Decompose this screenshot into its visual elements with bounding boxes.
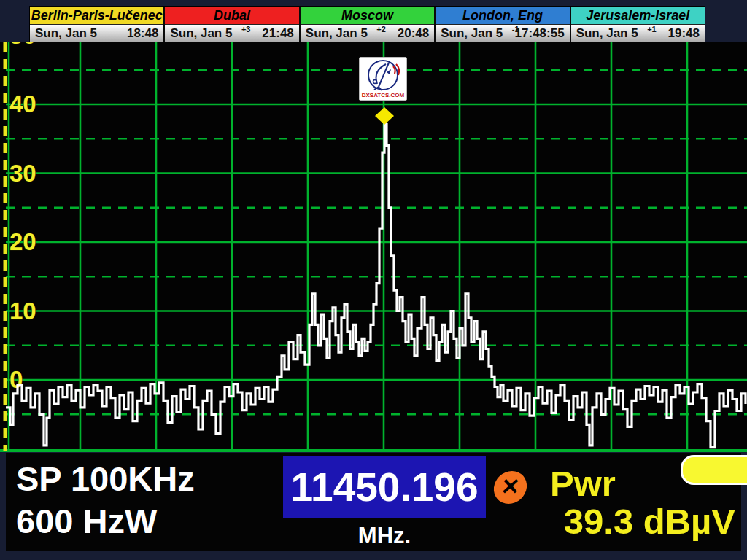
clock-time: 21:48 <box>262 26 293 41</box>
clock-cell-0: Berlin-Paris-LučenecSun, Jan 518:48 <box>30 7 165 43</box>
clock-city-name: Moscow <box>301 7 434 25</box>
clock-date: Sun, Jan 5 <box>576 26 638 41</box>
clock-offset: +2 <box>376 25 386 34</box>
y-axis-label: 20 <box>9 228 36 255</box>
satellite-dish-icon: DXSATCS.COM <box>360 58 406 100</box>
x-status-icon: ✕ <box>492 471 529 504</box>
spectrum-trace <box>6 124 746 448</box>
power-label: Pwr <box>550 463 616 504</box>
clock-date: Sun, Jan 5 <box>441 26 503 41</box>
spectrum-plot: 50403020100 <box>0 42 747 452</box>
clock-date: Sun, Jan 5 <box>170 26 232 41</box>
clock-cell-1: DubaiSun, Jan 5+321:48 <box>165 7 300 43</box>
clock-city-name: Jerusalem-Israel <box>571 7 705 25</box>
frequency-readout: 11450.196 <box>283 456 486 518</box>
clock-time-row: Sun, Jan 518:48 <box>30 25 163 42</box>
span-label: SP 100KHz <box>16 459 195 499</box>
peak-marker-diamond-icon <box>375 107 394 125</box>
clock-city-name: London, Eng <box>436 7 569 25</box>
clock-date: Sun, Jan 5 <box>306 26 368 41</box>
clock-time: 18:48 <box>127 26 158 41</box>
y-axis-label: 40 <box>9 90 36 117</box>
clock-offset: +1 <box>647 25 657 34</box>
rbw-label: 600 HzW <box>16 501 157 541</box>
clock-time: 19:48 <box>668 26 700 41</box>
clock-time-row: Sun, Jan 5-117:48:55 <box>436 25 569 42</box>
y-axis-label: 50 <box>9 42 36 49</box>
clock-cell-3: London, EngSun, Jan 5-117:48:55 <box>436 7 570 43</box>
clock-time-row: Sun, Jan 5+321:48 <box>165 25 298 42</box>
frequency-unit-label: MHz. <box>283 523 486 549</box>
receiver-screen: Berlin-Paris-LučenecSun, Jan 518:48Dubai… <box>0 0 747 560</box>
clock-city-name: Dubai <box>165 7 298 25</box>
clock-cell-2: MoscowSun, Jan 5+220:48 <box>301 7 436 43</box>
highlight-pill <box>681 455 747 485</box>
world-clock-bar: Berlin-Paris-LučenecSun, Jan 518:48Dubai… <box>29 6 705 44</box>
power-value: 39.3 dBµV <box>564 501 735 542</box>
clock-time-row: Sun, Jan 5+119:48 <box>571 25 705 42</box>
clock-time: 17:48:55 <box>515 26 565 41</box>
clock-cell-4: Jerusalem-IsraelSun, Jan 5+119:48 <box>571 7 705 43</box>
clock-date: Sun, Jan 5 <box>35 26 97 41</box>
y-axis-label: 10 <box>9 298 36 324</box>
clock-offset: +3 <box>241 25 251 34</box>
y-axis-label: 30 <box>9 160 36 187</box>
frequency-value: 11450.196 <box>291 464 479 510</box>
clock-time: 20:48 <box>398 26 429 41</box>
logo-text: DXSATCS.COM <box>362 92 405 98</box>
bottom-readout-bar: SP 100KHz 600 HzW 11450.196 MHz. ✕ Pwr 3… <box>6 453 741 551</box>
dxsatcs-logo: DXSATCS.COM <box>359 57 407 101</box>
clock-time-row: Sun, Jan 5+220:48 <box>301 25 434 42</box>
clock-city-name: Berlin-Paris-Lučenec <box>30 7 163 25</box>
